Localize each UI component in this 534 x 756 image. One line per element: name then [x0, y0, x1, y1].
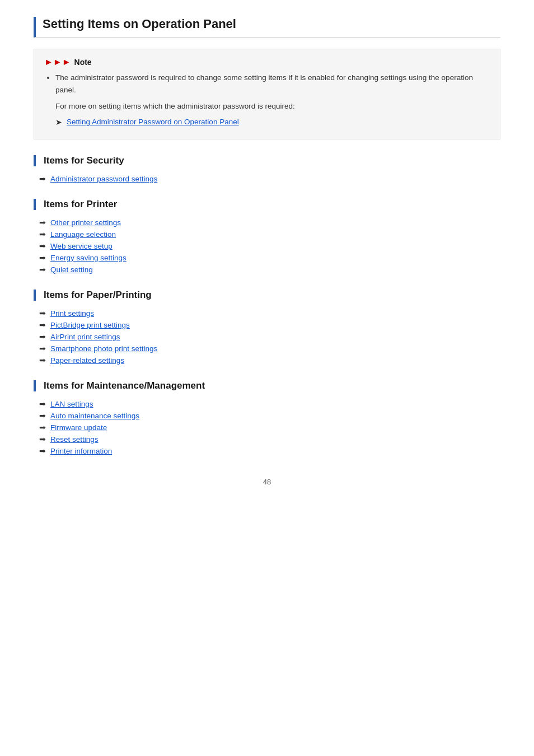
note-box: ►►► Note The administrator password is r… [34, 49, 500, 139]
list-item: ➡AirPrint print settings [39, 332, 500, 341]
section-links-paper-printing: ➡Print settings➡PictBridge print setting… [34, 309, 500, 365]
section-maintenance: Items for Maintenance/Management➡LAN set… [34, 380, 500, 455]
list-item: ➡PictBridge print settings [39, 320, 500, 329]
list-item: ➡Paper-related settings [39, 356, 500, 365]
page-number: 48 [34, 478, 500, 486]
section-paper-printing: Items for Paper/Printing➡Print settings➡… [34, 290, 500, 365]
arrow-icon: ➡ [39, 320, 46, 329]
section-security: Items for Security➡Administrator passwor… [34, 155, 500, 183]
section-link[interactable]: LAN settings [50, 400, 93, 408]
section-link[interactable]: Reset settings [50, 435, 99, 444]
page-title: Setting Items on Operation Panel [34, 17, 500, 38]
arrow-icon: ➡ [39, 399, 46, 408]
list-item: ➡Energy saving settings [39, 253, 500, 262]
section-link[interactable]: Print settings [50, 309, 94, 318]
section-link[interactable]: Web service setup [50, 242, 113, 250]
section-title-security: Items for Security [34, 155, 500, 166]
section-title-printer: Items for Printer [34, 199, 500, 210]
section-link[interactable]: Smartphone photo print settings [50, 344, 157, 353]
section-links-printer: ➡Other printer settings➡Language selecti… [34, 218, 500, 274]
note-title: Note [74, 58, 92, 67]
note-bullet-text: The administrator password is required t… [55, 73, 473, 94]
list-item: ➡Language selection [39, 230, 500, 239]
note-body: The administrator password is required t… [44, 72, 490, 128]
section-link[interactable]: Other printer settings [50, 218, 121, 227]
arrow-icon: ➡ [39, 230, 46, 239]
arrow-icon: ➡ [39, 356, 46, 365]
arrow-icon: ➡ [39, 411, 46, 420]
list-item: ➡Firmware update [39, 423, 500, 432]
arrow-icon: ➡ [39, 423, 46, 432]
sections-container: Items for Security➡Administrator passwor… [34, 155, 500, 455]
list-item: ➡Quiet setting [39, 265, 500, 274]
section-link[interactable]: AirPrint print settings [50, 333, 120, 341]
arrow-icon: ➡ [39, 241, 46, 250]
list-item: ➡LAN settings [39, 399, 500, 408]
list-item: ➡Print settings [39, 309, 500, 318]
section-links-security: ➡Administrator password settings [34, 174, 500, 183]
section-link[interactable]: Paper-related settings [50, 356, 124, 365]
section-title-paper-printing: Items for Paper/Printing [34, 290, 500, 301]
section-link[interactable]: Energy saving settings [50, 254, 127, 262]
list-item: ➡Reset settings [39, 435, 500, 444]
list-item: ➡Web service setup [39, 241, 500, 250]
section-link[interactable]: Firmware update [50, 423, 107, 432]
note-sub-text: For more on setting items which the admi… [55, 100, 490, 113]
list-item: ➡Administrator password settings [39, 174, 500, 183]
section-printer: Items for Printer➡Other printer settings… [34, 199, 500, 274]
section-link[interactable]: Quiet setting [50, 265, 93, 274]
section-title-maintenance: Items for Maintenance/Management [34, 380, 500, 391]
list-item: ➡Printer information [39, 446, 500, 455]
note-header: ►►► Note [44, 57, 490, 67]
list-item: ➡Auto maintenance settings [39, 411, 500, 420]
note-link[interactable]: Setting Administrator Password on Operat… [67, 116, 239, 128]
arrow-icon: ➤ [55, 116, 62, 128]
note-link-item: ➤ Setting Administrator Password on Oper… [55, 116, 490, 128]
list-item: ➡Other printer settings [39, 218, 500, 227]
section-link[interactable]: Auto maintenance settings [50, 412, 139, 420]
section-link[interactable]: Administrator password settings [50, 175, 157, 183]
arrow-icon: ➡ [39, 253, 46, 262]
note-icon: ►►► [44, 57, 71, 67]
arrow-icon: ➡ [39, 435, 46, 444]
arrow-icon: ➡ [39, 332, 46, 341]
list-item: ➡Smartphone photo print settings [39, 344, 500, 353]
arrow-icon: ➡ [39, 265, 46, 274]
section-link[interactable]: Language selection [50, 230, 116, 239]
arrow-icon: ➡ [39, 174, 46, 183]
arrow-icon: ➡ [39, 446, 46, 455]
arrow-icon: ➡ [39, 344, 46, 353]
arrow-icon: ➡ [39, 218, 46, 227]
section-link[interactable]: PictBridge print settings [50, 321, 130, 329]
section-link[interactable]: Printer information [50, 447, 112, 455]
arrow-icon: ➡ [39, 309, 46, 318]
section-links-maintenance: ➡LAN settings➡Auto maintenance settings➡… [34, 399, 500, 455]
